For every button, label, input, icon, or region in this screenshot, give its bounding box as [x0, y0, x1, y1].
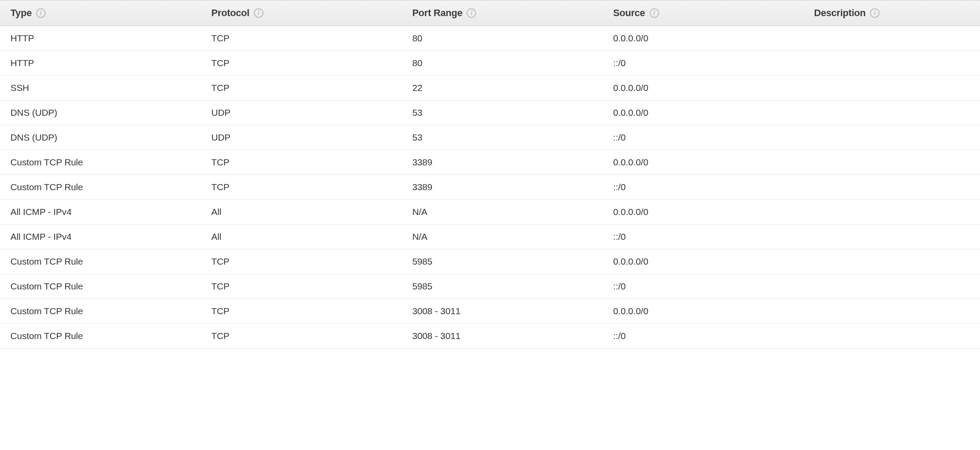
cell-type: All ICMP - IPv4	[0, 200, 201, 225]
table-row[interactable]: HTTPTCP800.0.0.0/0	[0, 26, 980, 51]
cell-source: 0.0.0.0/0	[603, 150, 803, 175]
table-row[interactable]: HTTPTCP80::/0	[0, 51, 980, 76]
cell-protocol: TCP	[201, 150, 402, 175]
info-icon[interactable]: i	[650, 8, 659, 18]
cell-protocol: UDP	[201, 101, 402, 125]
table-row[interactable]: Custom TCP RuleTCP5985::/0	[0, 274, 980, 299]
cell-source: 0.0.0.0/0	[603, 299, 803, 324]
table-body: HTTPTCP800.0.0.0/0HTTPTCP80::/0SSHTCP220…	[0, 26, 980, 349]
cell-description	[803, 150, 980, 175]
cell-type: Custom TCP Rule	[0, 150, 201, 175]
cell-type: SSH	[0, 76, 201, 101]
column-header-label: Port Range	[412, 7, 462, 19]
cell-protocol: TCP	[201, 51, 402, 76]
cell-protocol: TCP	[201, 26, 402, 51]
cell-description	[803, 51, 980, 76]
table-row[interactable]: Custom TCP RuleTCP3389::/0	[0, 175, 980, 200]
table-header-row: Type i Protocol i Port Range i Source	[0, 0, 980, 26]
cell-port-range: 5985	[402, 249, 603, 274]
cell-protocol: TCP	[201, 274, 402, 299]
cell-protocol: TCP	[201, 76, 402, 101]
table-row[interactable]: All ICMP - IPv4AllN/A::/0	[0, 225, 980, 249]
cell-description	[803, 26, 980, 51]
security-group-rules-table: Type i Protocol i Port Range i Source	[0, 0, 980, 349]
cell-description	[803, 101, 980, 125]
cell-protocol: All	[201, 225, 402, 249]
cell-type: DNS (UDP)	[0, 125, 201, 150]
cell-type: All ICMP - IPv4	[0, 225, 201, 249]
cell-protocol: TCP	[201, 175, 402, 200]
cell-type: HTTP	[0, 26, 201, 51]
column-header-type[interactable]: Type i	[0, 0, 201, 26]
cell-source: ::/0	[603, 175, 803, 200]
cell-protocol: All	[201, 200, 402, 225]
cell-port-range: 80	[402, 51, 603, 76]
cell-protocol: UDP	[201, 125, 402, 150]
table-row[interactable]: All ICMP - IPv4AllN/A0.0.0.0/0	[0, 200, 980, 225]
cell-type: Custom TCP Rule	[0, 249, 201, 274]
cell-type: Custom TCP Rule	[0, 299, 201, 324]
column-header-description[interactable]: Description i	[803, 0, 980, 26]
info-icon[interactable]: i	[254, 8, 263, 18]
info-icon[interactable]: i	[36, 8, 46, 18]
cell-port-range: 3389	[402, 150, 603, 175]
cell-description	[803, 249, 980, 274]
table-row[interactable]: Custom TCP RuleTCP33890.0.0.0/0	[0, 150, 980, 175]
cell-source: ::/0	[603, 125, 803, 150]
cell-protocol: TCP	[201, 324, 402, 349]
column-header-label: Protocol	[211, 7, 250, 19]
cell-type: Custom TCP Rule	[0, 324, 201, 349]
table-row[interactable]: Custom TCP RuleTCP59850.0.0.0/0	[0, 249, 980, 274]
cell-description	[803, 76, 980, 101]
cell-source: ::/0	[603, 225, 803, 249]
column-header-label: Type	[10, 7, 32, 19]
cell-port-range: 53	[402, 101, 603, 125]
cell-protocol: TCP	[201, 299, 402, 324]
cell-source: ::/0	[603, 51, 803, 76]
cell-description	[803, 175, 980, 200]
table-row[interactable]: SSHTCP220.0.0.0/0	[0, 76, 980, 101]
cell-port-range: 22	[402, 76, 603, 101]
cell-source: 0.0.0.0/0	[603, 101, 803, 125]
cell-description	[803, 324, 980, 349]
cell-type: DNS (UDP)	[0, 101, 201, 125]
cell-type: Custom TCP Rule	[0, 175, 201, 200]
cell-description	[803, 200, 980, 225]
table-row[interactable]: DNS (UDP)UDP53::/0	[0, 125, 980, 150]
cell-protocol: TCP	[201, 249, 402, 274]
cell-type: HTTP	[0, 51, 201, 76]
table-row[interactable]: DNS (UDP)UDP530.0.0.0/0	[0, 101, 980, 125]
column-header-label: Description	[814, 7, 866, 19]
table-row[interactable]: Custom TCP RuleTCP3008 - 3011::/0	[0, 324, 980, 349]
cell-port-range: 3389	[402, 175, 603, 200]
cell-port-range: 80	[402, 26, 603, 51]
cell-source: 0.0.0.0/0	[603, 26, 803, 51]
info-icon[interactable]: i	[467, 8, 476, 18]
column-header-label: Source	[613, 7, 645, 19]
cell-description	[803, 225, 980, 249]
cell-source: 0.0.0.0/0	[603, 200, 803, 225]
cell-port-range: N/A	[402, 200, 603, 225]
column-header-source[interactable]: Source i	[603, 0, 803, 26]
cell-source: 0.0.0.0/0	[603, 249, 803, 274]
info-icon[interactable]: i	[870, 8, 880, 18]
cell-description	[803, 299, 980, 324]
table-row[interactable]: Custom TCP RuleTCP3008 - 30110.0.0.0/0	[0, 299, 980, 324]
cell-port-range: N/A	[402, 225, 603, 249]
cell-port-range: 5985	[402, 274, 603, 299]
cell-description	[803, 274, 980, 299]
cell-source: 0.0.0.0/0	[603, 76, 803, 101]
cell-port-range: 3008 - 3011	[402, 299, 603, 324]
cell-port-range: 53	[402, 125, 603, 150]
cell-source: ::/0	[603, 274, 803, 299]
cell-source: ::/0	[603, 324, 803, 349]
cell-description	[803, 125, 980, 150]
column-header-port-range[interactable]: Port Range i	[402, 0, 603, 26]
column-header-protocol[interactable]: Protocol i	[201, 0, 402, 26]
cell-port-range: 3008 - 3011	[402, 324, 603, 349]
cell-type: Custom TCP Rule	[0, 274, 201, 299]
